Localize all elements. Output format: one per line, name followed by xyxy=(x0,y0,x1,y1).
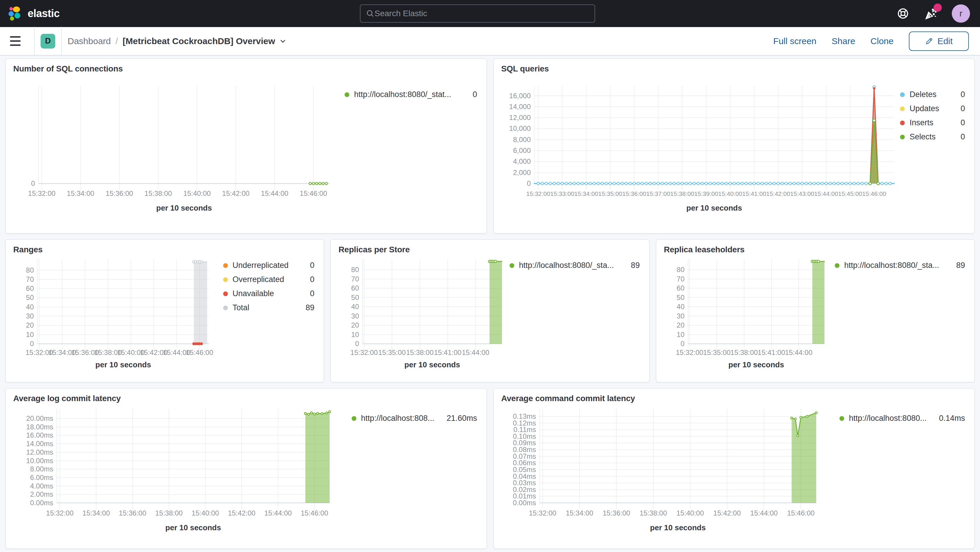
legend-label: Updates xyxy=(910,104,939,113)
svg-text:15:46:00: 15:46:00 xyxy=(862,190,886,197)
svg-text:80: 80 xyxy=(676,266,684,274)
top-bar: elastic r xyxy=(0,0,980,27)
svg-text:20: 20 xyxy=(676,321,684,329)
elastic-logo[interactable]: elastic xyxy=(8,6,60,21)
chart-canvas[interactable]: 15:32:0015:34:0015:36:0015:38:0015:40:00… xyxy=(13,75,334,222)
svg-text:0: 0 xyxy=(680,340,684,348)
chart-canvas[interactable]: 15:32:0015:35:0015:38:0015:41:0015:44:00… xyxy=(664,256,829,371)
chart-legend: http://localhost:8080/_stat...0 xyxy=(345,75,479,104)
chart-legend: http://localhost:808...21.60ms xyxy=(352,404,479,428)
svg-text:15:38:00: 15:38:00 xyxy=(155,509,183,517)
legend-item[interactable]: Inserts0 xyxy=(900,118,965,127)
legend-item[interactable]: Unavailable0 xyxy=(223,289,315,298)
legend-value: 89 xyxy=(626,261,640,270)
dashboard-row-3: Average log commit latency 15:32:0015:34… xyxy=(5,388,975,549)
share-button[interactable]: Share xyxy=(832,36,855,46)
panel-title: Average command commit latency xyxy=(501,394,967,403)
notification-badge xyxy=(934,3,942,12)
svg-text:0: 0 xyxy=(30,340,34,348)
legend-value: 0 xyxy=(301,261,314,270)
edit-button[interactable]: Edit xyxy=(909,32,969,51)
svg-text:15:32:00: 15:32:00 xyxy=(676,348,703,356)
menu-button[interactable] xyxy=(10,33,25,49)
legend-value: 0 xyxy=(951,90,965,99)
panel-title: Average log commit latency xyxy=(13,394,479,403)
svg-text:15:34:00: 15:34:00 xyxy=(67,189,94,197)
svg-text:40: 40 xyxy=(352,302,359,310)
help-button[interactable] xyxy=(895,6,911,21)
legend-item[interactable]: http://localhost:8080/_sta...89 xyxy=(509,261,640,270)
legend-label: Unavailable xyxy=(232,289,274,298)
chart-canvas[interactable]: 15:32:0015:34:0015:36:0015:38:0015:40:00… xyxy=(501,404,820,540)
chart-canvas[interactable]: 15:32:0015:34:0015:36:0015:38:0015:40:00… xyxy=(13,404,334,540)
svg-text:15:44:00: 15:44:00 xyxy=(750,509,777,517)
legend-label: http://localhost:808... xyxy=(361,414,434,423)
legend-item[interactable]: Deletes0 xyxy=(900,90,965,99)
chart-canvas[interactable]: 15:32:0015:33:0015:34:0015:35:0015:36:00… xyxy=(501,75,898,222)
svg-text:15:42:00: 15:42:00 xyxy=(222,189,249,197)
legend-item[interactable]: Underreplicated0 xyxy=(223,261,315,270)
svg-text:40: 40 xyxy=(26,303,34,311)
chart-canvas[interactable]: 15:32:0015:34:0015:36:0015:38:0015:40:00… xyxy=(13,256,213,371)
svg-text:15:34:00: 15:34:00 xyxy=(574,190,598,197)
search-input[interactable] xyxy=(375,9,589,18)
svg-text:0: 0 xyxy=(355,340,359,348)
svg-text:15:36:00: 15:36:00 xyxy=(105,189,133,197)
svg-text:16,000: 16,000 xyxy=(509,92,530,100)
legend-value: 0 xyxy=(951,118,965,127)
svg-text:15:32:00: 15:32:00 xyxy=(526,190,550,197)
breadcrumb-dashboard[interactable]: Dashboard xyxy=(68,36,111,46)
svg-text:14,000: 14,000 xyxy=(509,103,530,111)
legend-label: Overreplicated xyxy=(232,275,284,284)
legend-item[interactable]: http://localhost:8080/_stat...0 xyxy=(345,90,477,99)
legend-value: 0 xyxy=(951,132,965,142)
full-screen-button[interactable]: Full screen xyxy=(773,36,816,46)
svg-text:15:38:00: 15:38:00 xyxy=(670,190,694,197)
svg-text:per 10 seconds: per 10 seconds xyxy=(728,360,784,369)
legend-value: 0 xyxy=(301,289,314,298)
legend-item[interactable]: Overreplicated0 xyxy=(223,275,315,284)
legend-label: http://localhost:8080... xyxy=(849,414,926,423)
panel-sql-connections: Number of SQL connections 15:32:0015:34:… xyxy=(5,59,487,234)
top-icons: r xyxy=(895,5,972,23)
svg-text:per 10 seconds: per 10 seconds xyxy=(404,360,460,369)
svg-text:6,000: 6,000 xyxy=(513,146,530,154)
legend-color-dot xyxy=(840,416,844,421)
legend-item[interactable]: http://localhost:808...21.60ms xyxy=(352,414,477,423)
panel-body: 15:32:0015:34:0015:36:0015:38:0015:40:00… xyxy=(13,404,479,540)
legend-item[interactable]: http://localhost:8080/_sta...89 xyxy=(835,261,965,270)
clone-button[interactable]: Clone xyxy=(870,36,894,46)
edit-button-label: Edit xyxy=(937,36,953,46)
legend-item[interactable]: Updates0 xyxy=(900,104,965,113)
svg-text:10,000: 10,000 xyxy=(509,124,530,132)
legend-item[interactable]: Total89 xyxy=(223,303,315,312)
svg-text:70: 70 xyxy=(676,275,684,283)
svg-text:12.00ms: 12.00ms xyxy=(26,448,53,456)
panel-title: Replicas per Store xyxy=(339,245,641,255)
legend-value: 0 xyxy=(301,275,314,284)
svg-text:10: 10 xyxy=(676,331,684,339)
page-title[interactable]: [Metricbeat CockroachDB] Overview xyxy=(123,36,275,46)
legend-value: 89 xyxy=(951,261,965,270)
svg-text:15:37:00: 15:37:00 xyxy=(646,190,670,197)
news-button[interactable] xyxy=(924,6,939,21)
svg-text:8.00ms: 8.00ms xyxy=(30,465,53,473)
user-avatar[interactable]: r xyxy=(952,5,970,23)
lifebuoy-icon xyxy=(896,7,910,20)
legend-item[interactable]: http://localhost:8080...0.14ms xyxy=(840,414,965,423)
svg-text:15:40:00: 15:40:00 xyxy=(192,509,219,517)
legend-item[interactable]: Selects0 xyxy=(900,132,965,142)
svg-text:15:36:00: 15:36:00 xyxy=(119,509,146,517)
svg-text:40: 40 xyxy=(676,302,684,310)
title-menu-button[interactable] xyxy=(279,38,286,45)
logo-text: elastic xyxy=(28,7,60,20)
chevron-down-icon xyxy=(279,38,286,45)
svg-text:15:40:00: 15:40:00 xyxy=(183,189,210,197)
global-search[interactable] xyxy=(360,5,595,23)
svg-text:8,000: 8,000 xyxy=(513,135,530,143)
svg-text:0.13ms: 0.13ms xyxy=(513,412,536,420)
chart-canvas[interactable]: 15:32:0015:35:0015:38:0015:41:0015:44:00… xyxy=(339,256,506,371)
panel-body: 15:32:0015:34:0015:36:0015:38:0015:40:00… xyxy=(501,404,967,540)
svg-text:16.00ms: 16.00ms xyxy=(26,431,53,439)
space-badge[interactable]: D xyxy=(41,34,55,49)
